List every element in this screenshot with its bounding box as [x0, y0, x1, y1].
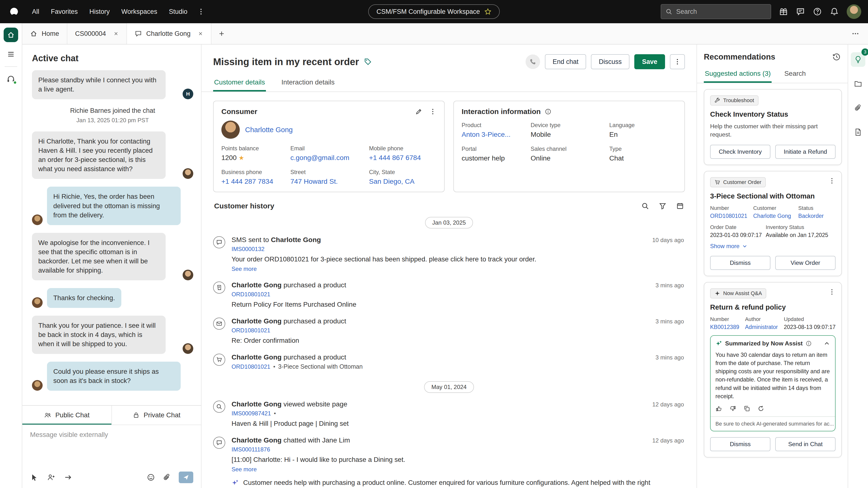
nav-favorites[interactable]: Favorites — [45, 5, 84, 19]
tab-customer-details[interactable]: Customer details — [213, 73, 266, 92]
nav-studio[interactable]: Studio — [163, 5, 193, 19]
kb-number-link[interactable]: KB0012389 — [710, 324, 741, 330]
notifications-bell-icon[interactable] — [830, 7, 839, 16]
servicenow-logo-icon[interactable] — [7, 4, 21, 19]
history-item[interactable]: Charlotte Gong purchased a product3 mins… — [213, 349, 685, 375]
rail-item-knowledge[interactable] — [851, 76, 865, 91]
recommendations-list[interactable]: Troubleshoot Check Inventory Status Help… — [697, 83, 848, 488]
nav-history[interactable]: History — [84, 5, 116, 19]
emoji-icon[interactable] — [147, 473, 155, 482]
tab-suggested-actions[interactable]: Suggested actions (3) — [704, 64, 772, 83]
history-search-icon[interactable] — [641, 202, 649, 210]
order-card-more-icon[interactable] — [828, 177, 836, 185]
user-avatar[interactable] — [847, 4, 861, 19]
see-more-link[interactable]: See more — [231, 265, 257, 272]
dismiss-order-button[interactable]: Dismiss — [710, 256, 770, 270]
message-input[interactable] — [22, 425, 201, 467]
save-button[interactable]: Save — [634, 54, 665, 69]
add-participant-icon[interactable] — [47, 473, 55, 482]
rail-item-attachments[interactable] — [851, 101, 865, 115]
history-item[interactable]: SMS sent to Charlotte Gong10 days ago IM… — [213, 231, 685, 277]
history-item[interactable]: Charlotte Gong chatted with Jane Lim12 d… — [213, 432, 685, 477]
record-number-link[interactable]: ORD10801021 — [231, 291, 270, 298]
gift-icon[interactable] — [779, 7, 788, 16]
rail-item-recommendations[interactable]: 3 — [851, 52, 865, 67]
thumbs-down-icon[interactable] — [730, 405, 736, 412]
order-status-link[interactable]: Backorder — [798, 213, 836, 219]
kb-author-link[interactable]: Administrator — [745, 324, 780, 330]
order-customer-link[interactable]: Charlotte Gong — [753, 213, 795, 219]
history-calendar-icon[interactable] — [676, 202, 684, 210]
favorite-star-icon[interactable] — [485, 8, 492, 15]
tab-search[interactable]: Search — [783, 64, 807, 83]
history-item[interactable]: Charlotte Gong viewed website page12 day… — [213, 396, 685, 432]
help-icon[interactable] — [813, 7, 822, 16]
dismiss-qa-button[interactable]: Dismiss — [710, 437, 770, 451]
show-more-link[interactable]: Show more — [710, 243, 748, 250]
end-chat-button[interactable]: End chat — [545, 54, 586, 69]
regenerate-icon[interactable] — [757, 405, 764, 412]
qa-card-more-icon[interactable] — [828, 288, 836, 296]
record-more-button[interactable] — [670, 54, 685, 69]
business-phone-link[interactable]: +1 444 287 7834 — [221, 177, 285, 186]
history-item[interactable]: Charlotte Gong purchased a product3 mins… — [213, 313, 685, 349]
chat-icon[interactable] — [796, 7, 805, 16]
tag-icon[interactable] — [364, 58, 372, 66]
transfer-chat-icon[interactable] — [64, 473, 72, 482]
check-inventory-button[interactable]: Check Inventory — [710, 145, 770, 159]
history-item[interactable]: Charlotte Gong purchased a product3 mins… — [213, 277, 685, 313]
recommendation-history-icon[interactable] — [832, 53, 841, 61]
initiate-refund-button[interactable]: Initiate a Refund — [775, 145, 836, 159]
edit-pencil-icon[interactable] — [415, 108, 423, 115]
new-tab-button[interactable] — [211, 23, 232, 44]
tab-private-chat[interactable]: Private Chat — [112, 406, 201, 425]
nav-all[interactable]: All — [26, 5, 45, 19]
email-link[interactable]: c.gong@gmail.com — [290, 154, 364, 162]
city-state-link[interactable]: San Diego, CA — [369, 177, 436, 186]
info-icon[interactable] — [545, 108, 552, 115]
record-body[interactable]: Consumer Charlotte Gong — [202, 92, 696, 488]
tab-interaction-details[interactable]: Interaction details — [280, 73, 335, 92]
see-more-link[interactable]: See more — [231, 466, 257, 473]
record-number-link[interactable]: IMS000987421 — [231, 410, 271, 417]
record-number-link[interactable]: IMS000111876 — [231, 446, 270, 453]
copy-icon[interactable] — [744, 405, 750, 412]
call-button[interactable] — [526, 55, 540, 69]
chat-transcript[interactable]: Please standby while I connect you with … — [22, 69, 201, 405]
close-icon[interactable] — [198, 31, 203, 36]
collapse-chevron-icon[interactable] — [824, 340, 830, 347]
send-message-button[interactable] — [179, 471, 193, 483]
nav-workspaces[interactable]: Workspaces — [116, 5, 163, 19]
thumbs-up-icon[interactable] — [715, 405, 722, 412]
tab-overflow-menu[interactable] — [843, 23, 868, 44]
consumer-more-icon[interactable] — [429, 108, 436, 115]
lists-menu-button[interactable] — [6, 50, 15, 59]
record-number-link[interactable]: IMS0000132 — [231, 246, 265, 253]
tab-charlotte-gong[interactable]: Charlotte Gong — [127, 23, 211, 44]
view-order-button[interactable]: View Order — [775, 256, 836, 270]
consumer-name-link[interactable]: Charlotte Gong — [245, 126, 293, 134]
close-icon[interactable] — [113, 31, 119, 36]
info-icon[interactable] — [806, 340, 812, 347]
attachment-paperclip-icon[interactable] — [163, 473, 171, 482]
agent-status-button[interactable] — [6, 74, 15, 83]
search-input[interactable] — [676, 8, 766, 15]
mobile-phone-link[interactable]: +1 444 867 6784 — [369, 154, 436, 162]
product-link[interactable]: Anton 3-Piece... — [462, 130, 526, 138]
quick-action-pointer-icon[interactable] — [30, 473, 38, 482]
record-number-link[interactable]: ORD10801021 — [231, 363, 270, 370]
tab-home[interactable]: Home — [22, 23, 67, 44]
workspace-home-button[interactable] — [4, 28, 18, 42]
tab-public-chat[interactable]: Public Chat — [22, 406, 112, 425]
global-search[interactable] — [661, 4, 771, 19]
nav-more-icon[interactable] — [193, 5, 209, 19]
discuss-button[interactable]: Discuss — [591, 54, 629, 69]
order-number-link[interactable]: ORD10801021 — [710, 213, 749, 219]
workspace-switcher[interactable]: CSM/FSM Configurable Workspace — [368, 4, 500, 19]
rail-item-details[interactable] — [851, 125, 865, 139]
record-number-link[interactable]: ORD10801021 — [231, 327, 270, 334]
send-in-chat-button[interactable]: Send in Chat — [775, 437, 836, 451]
street-link[interactable]: 747 Howard St. — [290, 177, 364, 186]
history-filter-icon[interactable] — [659, 202, 666, 210]
tab-case-cs000004[interactable]: CS000004 — [67, 23, 127, 44]
